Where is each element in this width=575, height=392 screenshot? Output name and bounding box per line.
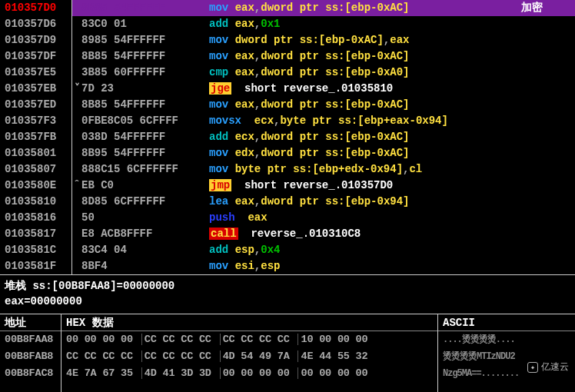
annotation-cell: [517, 194, 575, 210]
annotation-cell: [517, 226, 575, 242]
dump-address: 00B8FAB8: [0, 348, 61, 365]
dump-hex-row: 00 00 00 00 CC CC CC CC CC CC CC CC 10 0…: [61, 331, 437, 348]
dump-address: 00B8FAC8: [0, 365, 61, 382]
dump-address-column: 地址 00B8FAA800B8FAB800B8FAC8: [0, 314, 61, 392]
operand-sp: [238, 179, 244, 191]
bytes-cell: 8B85 54FFFFFF: [81, 0, 208, 16]
flow-arrow-icon: [72, 113, 81, 129]
flow-arrow-icon: [72, 32, 81, 48]
instruction-cell: add esp,0x4: [208, 242, 517, 258]
flow-arrow-icon: [72, 258, 81, 274]
annotation-cell: [517, 129, 575, 145]
flow-arrow-icon: [72, 129, 81, 145]
annotation-cell: [517, 242, 575, 258]
disasm-row[interactable]: 01035810 8D85 6CFFFFFFlea eax,dword ptr …: [0, 194, 575, 210]
operand-sp: ,: [254, 147, 261, 159]
flow-arrow-icon: [72, 16, 81, 32]
dump-hex-row: 4E 7A 67 35 4D 41 3D 3D 00 00 00 00 00 0…: [61, 365, 437, 382]
operand-imm: 0x1: [261, 18, 280, 30]
flow-arrow-icon: [72, 48, 81, 65]
disasm-row[interactable]: 01035807 888C15 6CFFFFFFmov byte ptr ss:…: [0, 161, 575, 178]
bytes-cell: 50: [81, 210, 208, 226]
instruction-cell: mov eax,dword ptr ss:[ebp-0xAC]: [208, 48, 517, 65]
operand-sp: [248, 115, 254, 127]
bytes-cell: 3B85 60FFFFFF: [81, 65, 208, 81]
bytes-cell: EB C0: [81, 178, 208, 194]
annotation-cell: [517, 145, 575, 161]
operand-lbl: reverse_.010310C8: [251, 228, 361, 240]
operand-reg: eax: [235, 66, 254, 78]
address-cell: 0103581F: [0, 258, 72, 274]
address-cell: 01035801: [0, 145, 72, 161]
mnemonic: mov: [209, 34, 228, 46]
disasm-row[interactable]: 010357D9 8985 54FFFFFFmov dword ptr ss:[…: [0, 32, 575, 48]
flow-arrow-icon: [72, 65, 81, 81]
address-cell: 010357D0: [0, 0, 72, 16]
disasm-row[interactable]: 010357FB 038D 54FFFFFFadd ecx,dword ptr …: [0, 129, 575, 145]
operand-mem: byte ptr ss:[ebp+edx-0x94]: [235, 163, 403, 175]
annotation-cell: [517, 161, 575, 178]
flow-arrow-icon: [72, 210, 81, 226]
stack-pane[interactable]: 堆栈 ss:[00B8FAA8]=00000000 eax=00000000: [0, 275, 575, 314]
mnemonic: movsx: [209, 115, 241, 127]
mnemonic: jge: [209, 82, 231, 95]
disasm-row[interactable]: 01035816 50push eax: [0, 210, 575, 226]
operand-sp: ,: [254, 98, 261, 111]
operand-lbl: short reverse_.01035810: [244, 82, 393, 95]
bytes-cell: 038D 54FFFFFF: [81, 129, 208, 145]
operand-reg: esp: [261, 260, 280, 272]
dump-header-hex: HEX 数据: [61, 314, 437, 331]
disasm-row[interactable]: 0103581C 83C4 04add esp,0x4: [0, 242, 575, 258]
dump-address: 00B8FAA8: [0, 331, 61, 348]
annotation-cell: [517, 97, 575, 113]
mnemonic: lea: [209, 195, 228, 208]
operand-reg: ecx: [235, 131, 254, 143]
flow-arrow-icon: [72, 0, 81, 16]
disasm-row[interactable]: 010357D0 8B85 54FFFFFFmov eax,dword ptr …: [0, 0, 575, 16]
bytes-cell: 888C15 6CFFFFFF: [81, 161, 208, 178]
operand-mem: dword ptr ss:[ebp-0xAC]: [235, 34, 384, 46]
operand-mem: dword ptr ss:[ebp-0xAC]: [261, 98, 409, 111]
bytes-cell: 8B85 54FFFFFF: [81, 97, 208, 113]
flow-arrow-icon: [72, 97, 81, 113]
operand-reg: eax: [235, 98, 254, 111]
instruction-cell: mov byte ptr ss:[ebp+edx-0x94],cl: [208, 161, 517, 178]
operand-sp: ,: [384, 34, 390, 46]
operand-sp: ,: [254, 66, 261, 78]
operand-reg: eax: [235, 18, 254, 30]
disasm-row[interactable]: 01035801 8B95 54FFFFFFmov edx,dword ptr …: [0, 145, 575, 161]
disasm-row[interactable]: 010357F3 0FBE8C05 6CFFFFmovsx ecx,byte p…: [0, 113, 575, 129]
annotation-cell: [517, 65, 575, 81]
flow-arrow-icon: [72, 242, 81, 258]
operand-reg: esi: [235, 260, 254, 272]
annotation-cell: 加密: [517, 0, 575, 16]
disasm-row[interactable]: 010357ED 8B85 54FFFFFFmov eax,dword ptr …: [0, 97, 575, 113]
annotation-cell: [517, 16, 575, 32]
operand-sp: ,: [254, 131, 261, 143]
disasm-row[interactable]: 0103581F 8BF4mov esi,esp: [0, 258, 575, 274]
bytes-cell: 83C4 04: [81, 242, 208, 258]
disassembly-pane[interactable]: 010357D0 8B85 54FFFFFFmov eax,dword ptr …: [0, 0, 575, 274]
bytes-cell: 8B95 54FFFFFF: [81, 145, 208, 161]
operand-sp: [238, 82, 244, 95]
mnemonic: mov: [209, 163, 228, 175]
disasm-row[interactable]: 01035817 E8 ACB8FFFFcall reverse_.010310…: [0, 226, 575, 242]
operand-sp: ,: [254, 18, 261, 30]
disasm-row[interactable]: 010357E5 3B85 60FFFFFFcmp eax,dword ptr …: [0, 65, 575, 81]
disasm-row[interactable]: 010357D6 83C0 01add eax,0x1: [0, 16, 575, 32]
annotation-cell: [517, 258, 575, 274]
mnemonic: add: [209, 18, 228, 30]
disasm-row[interactable]: 010357EB˅7D 23jge short reverse_.0103581…: [0, 81, 575, 97]
memory-dump-pane[interactable]: 地址 00B8FAA800B8FAB800B8FAC8 HEX 数据 00 00…: [0, 314, 575, 392]
mnemonic: call: [209, 228, 238, 240]
address-cell: 01035816: [0, 210, 72, 226]
operand-reg: eax: [235, 195, 254, 208]
dump-ascii-row: Nzg5MA==........: [438, 365, 575, 382]
address-cell: 0103581C: [0, 242, 72, 258]
operand-mem: dword ptr ss:[ebp-0xAC]: [261, 2, 409, 14]
address-cell: 0103580E: [0, 178, 72, 194]
disasm-row[interactable]: 010357DF 8B85 54FFFFFFmov eax,dword ptr …: [0, 48, 575, 65]
disasm-row[interactable]: 0103580EˆEB C0jmp short reverse_.010357D…: [0, 178, 575, 194]
address-cell: 010357ED: [0, 97, 72, 113]
mnemonic: push: [209, 211, 235, 224]
